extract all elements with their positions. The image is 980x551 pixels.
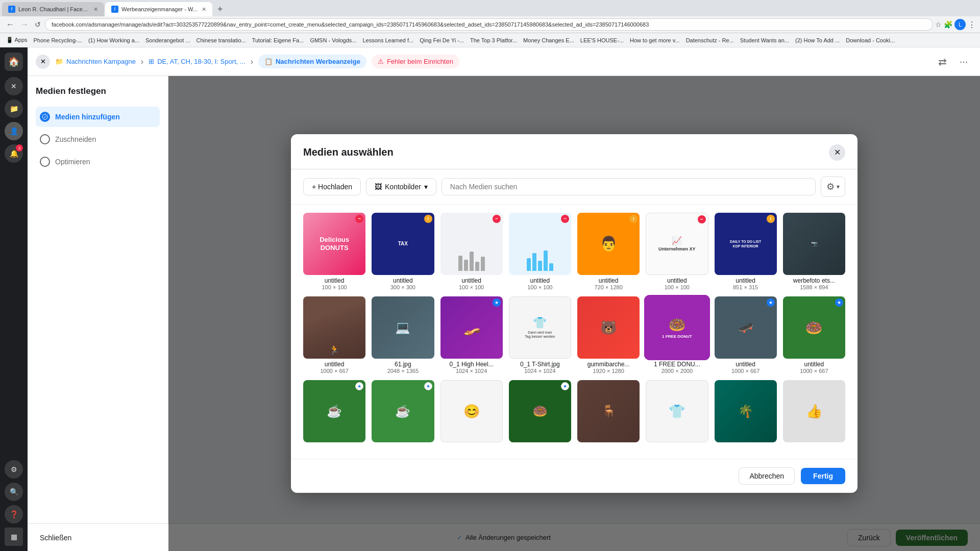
bottom-left: Schließen [40, 534, 71, 542]
source-button[interactable]: 🖼 Kontobilder ▾ [366, 178, 436, 195]
bookmark-13[interactable]: Datenschutz - Re... [684, 36, 736, 44]
extensions-button[interactable]: 🧩 [944, 20, 952, 29]
profile-button[interactable]: L [954, 19, 966, 30]
url-text: facebook.com/adsmanager/manage/ads/edit?… [52, 21, 649, 28]
badge-red-m3: – [493, 215, 501, 223]
top-close-button[interactable]: ✕ [36, 55, 50, 69]
bookmark-5[interactable]: Tutorial: Eigene Fa... [250, 36, 306, 44]
folder-nav[interactable]: 📁 Nachrichten Kampagne [55, 58, 136, 65]
media-item-m20[interactable]: 🍩 ★ [509, 380, 571, 444]
media-thumb-m17: ☕ ★ [303, 380, 365, 442]
media-label-m12: 0_1 T-Shirt.jpg [509, 361, 571, 368]
close-button[interactable]: Schließen [40, 534, 71, 542]
url-input[interactable]: facebook.com/adsmanager/manage/ads/edit?… [45, 18, 933, 31]
media-item-m24[interactable]: 👍 [783, 380, 845, 444]
bookmark-3[interactable]: Sonderangebot ... [143, 36, 192, 44]
media-item-m19[interactable]: 😊 [440, 380, 503, 444]
bookmark-6[interactable]: GMSN - Vologds... [308, 36, 358, 44]
media-item-m11[interactable]: 👡 ★ 0_1 High Heel... 1024 × 1024 [440, 296, 503, 374]
filter-icon: ⚙ [826, 181, 835, 192]
forward-nav-button[interactable]: → [18, 19, 31, 30]
bookmark-4[interactable]: Chinese translatio... [194, 36, 248, 44]
bookmark-16[interactable]: Download - Cooki... [844, 36, 897, 44]
media-item-m14[interactable]: 🍩 1 FREE DONUT 1 FREE DONU... 2000 × 200… [646, 296, 708, 374]
media-item-m8[interactable]: 📷 werbefoto ets... 1588 × 894 [783, 213, 845, 290]
step-crop[interactable]: Zuschneiden [36, 129, 160, 149]
media-item-m9[interactable]: 🏃 untitled 1000 × 667 [303, 296, 365, 374]
bookmark-12[interactable]: How to get more v... [628, 36, 682, 44]
filter-button[interactable]: ⚙ ▾ [821, 177, 845, 197]
step-optimize[interactable]: Optimieren [36, 152, 160, 172]
media-item-m23[interactable]: 🌴 [715, 380, 777, 444]
bookmark-1[interactable]: Phone Recycling-... [32, 36, 84, 44]
bookmark-11[interactable]: LEE'S HOUSE-... [578, 36, 626, 44]
media-item-m10[interactable]: 💻 61.jpg 2048 × 1365 [372, 296, 434, 374]
bookmark-8[interactable]: Qing Fei De Yi -... [418, 36, 466, 44]
bookmark-9[interactable]: The Top 3 Platfor... [468, 36, 519, 44]
upload-button[interactable]: + Hochladen [303, 178, 361, 195]
tab-1[interactable]: f Leon R. Chaudhari | Facebook ✕ [2, 2, 104, 16]
media-item-m16[interactable]: 🍩 ★ untitled 1000 × 667 [783, 296, 845, 374]
step-optimize-indicator [40, 157, 50, 167]
media-item-m18[interactable]: ☕ ★ [372, 380, 434, 444]
sidebar-home-icon[interactable]: 🏠 [5, 53, 23, 71]
media-thumb-m21: 🪑 [577, 380, 640, 442]
sidebar-help-icon[interactable]: ❓ [5, 505, 23, 523]
bookmark-2[interactable]: (1) How Working a... [86, 36, 141, 44]
tab-2[interactable]: f Werbeanzeigenmanager - W... ✕ [105, 2, 212, 16]
sidebar-search-icon[interactable]: 🔍 [5, 483, 23, 501]
media-row-2: 🏃 untitled 1000 × 667 💻 [303, 296, 845, 374]
badge-star-m11: ★ [493, 298, 501, 307]
media-item-m4[interactable]: – untitled 100 × 100 [509, 213, 571, 290]
tab-1-label: Leon R. Chaudhari | Facebook [18, 6, 89, 12]
dialog-close-button[interactable]: ✕ [829, 144, 845, 161]
bookmark-14[interactable]: Student Wants an... [738, 36, 791, 44]
bookmark-7[interactable]: Lessons Learned f... [360, 36, 415, 44]
badge-red-m4: – [561, 215, 569, 223]
media-item-m17[interactable]: ☕ ★ [303, 380, 365, 444]
tab-2-close[interactable]: ✕ [202, 6, 206, 13]
tab-1-close[interactable]: ✕ [93, 6, 98, 13]
media-item-m2[interactable]: TAX ! untitled 300 × 300 [372, 213, 434, 290]
media-label-m8: werbefoto ets... [783, 277, 845, 284]
sidebar-notification-icon[interactable]: 🔔 3 [5, 144, 23, 163]
sidebar-avatar-icon[interactable]: 👤 [5, 122, 23, 140]
media-thumb-m19: 😊 [440, 380, 503, 442]
menu-button[interactable]: ⋮ [968, 20, 976, 30]
media-item-m15[interactable]: 🛹 ★ untitled 1000 × 667 [715, 296, 777, 374]
nav-more-button[interactable]: ··· [955, 54, 972, 70]
bookmark-15[interactable]: (2) How To Add ... [793, 36, 842, 44]
sidebar-folder-icon[interactable]: 📁 [5, 99, 23, 118]
media-item-m13[interactable]: 🐻 gummibarche... 1920 × 1280 [577, 296, 640, 374]
media-size-m16: 1000 × 667 [783, 368, 845, 374]
media-search-input[interactable] [442, 178, 816, 195]
new-tab-button[interactable]: + [213, 2, 227, 16]
media-item-m3[interactable]: – untitled 100 × 100 [440, 213, 503, 290]
media-item-m7[interactable]: DAILY TO DO LISTKDP INTERIOR ! untitled … [715, 213, 777, 290]
media-item-m1[interactable]: DeliciousDONUTS – untitled 100 × 100 [303, 213, 365, 290]
done-button[interactable]: Fertig [801, 468, 845, 484]
back-nav-button[interactable]: ← [4, 19, 16, 30]
sidebar-grid-icon[interactable]: ⚙ [5, 460, 23, 479]
cancel-button[interactable]: Abbrechen [739, 467, 795, 485]
media-item-m21[interactable]: 🪑 [577, 380, 640, 444]
step-add-media[interactable]: ✓ Medien hinzufügen [36, 107, 160, 127]
tab-bar: f Leon R. Chaudhari | Facebook ✕ f Werbe… [0, 0, 980, 16]
media-label-m10: 61.jpg [372, 361, 434, 368]
tag-nav[interactable]: ⊞ DE, AT, CH, 18-30, I: Sport, ... [149, 58, 245, 65]
reload-button[interactable]: ↺ [33, 19, 43, 30]
active-nav[interactable]: 📋 Nachrichten Werbeanzeige [258, 55, 366, 68]
step-crop-label: Zuschneiden [55, 135, 96, 143]
sidebar-table-icon[interactable]: ▦ [5, 528, 23, 546]
bookmark-apps[interactable]: 📱 Apps [4, 36, 30, 44]
media-label-m1: untitled [303, 277, 365, 284]
sidebar-close-icon[interactable]: ✕ [5, 77, 23, 95]
media-item-m6[interactable]: 📈 Unternehmen XY – untitled 100 × 100 [646, 213, 708, 290]
media-item-m22[interactable]: 👕 [646, 380, 708, 444]
media-thumb-m16: 🍩 ★ [783, 296, 845, 359]
media-item-m12[interactable]: 👕 Dann wird manTag besser werden 0_1 T-S… [509, 296, 571, 374]
media-item-m5[interactable]: 👨 ! untitled 720 × 1280 [577, 213, 640, 290]
nav-toggle-button[interactable]: ⇄ [934, 54, 950, 70]
bookmark-star[interactable]: ☆ [935, 20, 942, 29]
bookmark-10[interactable]: Money Changes E... [521, 36, 576, 44]
